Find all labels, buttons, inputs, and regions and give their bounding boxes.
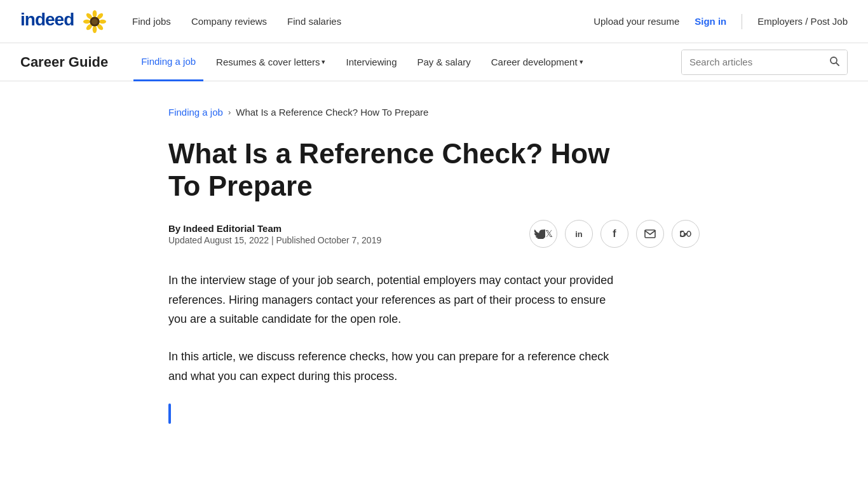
- share-facebook-button[interactable]: f: [600, 220, 628, 248]
- nav-finding-a-job[interactable]: Finding a job: [133, 43, 203, 81]
- article-section-indicator: [168, 403, 171, 424]
- svg-point-4: [83, 19, 90, 24]
- email-icon: [644, 229, 656, 238]
- article-paragraph-1: In the interview stage of your job searc…: [168, 271, 626, 329]
- nav-resumes-cover-letters[interactable]: Resumes & cover letters ▾: [208, 43, 333, 81]
- find-jobs-link[interactable]: Find jobs: [132, 16, 171, 27]
- twitter-bird: 𝕏: [545, 228, 553, 240]
- share-email-button[interactable]: [636, 220, 664, 248]
- article-author: By Indeed Editorial Team: [168, 223, 381, 234]
- sunflower-icon: [83, 10, 107, 34]
- main-content: Finding a job › What Is a Reference Chec…: [0, 81, 868, 462]
- search-input[interactable]: [682, 50, 822, 74]
- dropdown-arrow-resumes: ▾: [322, 58, 325, 66]
- article-meta-left: By Indeed Editorial Team Updated August …: [168, 223, 381, 245]
- share-twitter-button[interactable]: 𝕏: [529, 220, 557, 248]
- company-reviews-link[interactable]: Company reviews: [191, 16, 267, 27]
- top-nav-links: Find jobs Company reviews Find salaries: [132, 16, 593, 27]
- share-linkedin-button[interactable]: in: [565, 220, 593, 248]
- dropdown-arrow-career: ▾: [580, 58, 583, 66]
- article-title: What Is a Reference Check? How To Prepar…: [168, 138, 626, 202]
- find-salaries-link[interactable]: Find salaries: [287, 16, 341, 27]
- svg-rect-16: [687, 231, 691, 236]
- nav-pay-salary[interactable]: Pay & salary: [410, 43, 478, 81]
- twitter-icon: [534, 229, 545, 239]
- svg-rect-15: [681, 231, 684, 236]
- career-guide-title: Career Guide: [20, 54, 108, 71]
- share-buttons: 𝕏 in f: [529, 220, 700, 248]
- search-box: [681, 50, 848, 75]
- svg-point-3: [93, 25, 97, 32]
- facebook-icon: f: [613, 228, 616, 240]
- logo-link[interactable]: indeed: [20, 9, 107, 34]
- article-meta: By Indeed Editorial Team Updated August …: [168, 220, 700, 248]
- upload-resume-link[interactable]: Upload your resume: [593, 16, 679, 27]
- svg-point-11: [92, 18, 98, 25]
- career-nav-links: Finding a job Resumes & cover letters ▾ …: [133, 43, 681, 81]
- link-icon: [680, 231, 691, 237]
- svg-text:indeed: indeed: [20, 10, 74, 29]
- sign-in-button[interactable]: Sign in: [695, 16, 726, 27]
- indeed-logo: indeed: [20, 9, 78, 34]
- nav-interviewing[interactable]: Interviewing: [338, 43, 404, 81]
- nav-career-development[interactable]: Career development ▾: [484, 43, 591, 81]
- svg-point-2: [93, 10, 97, 17]
- nav-divider: [742, 14, 742, 29]
- breadcrumb-current: What Is a Reference Check? How To Prepar…: [236, 107, 428, 118]
- search-button[interactable]: [822, 50, 847, 74]
- breadcrumb: Finding a job › What Is a Reference Chec…: [168, 107, 700, 118]
- breadcrumb-parent-link[interactable]: Finding a job: [168, 107, 223, 118]
- top-nav-right: Upload your resume Sign in Employers / P…: [593, 14, 848, 29]
- breadcrumb-separator: ›: [228, 107, 231, 117]
- linkedin-icon: in: [575, 229, 583, 239]
- career-guide-nav: Career Guide Finding a job Resumes & cov…: [0, 43, 868, 81]
- top-nav: indeed Find jobs Compan: [0, 0, 868, 43]
- article-paragraph-2: In this article, we discuss reference ch…: [168, 347, 626, 386]
- svg-point-5: [99, 19, 106, 24]
- article-date: Updated August 15, 2022 | Published Octo…: [168, 235, 381, 245]
- article-body: In the interview stage of your job searc…: [168, 271, 700, 424]
- share-link-button[interactable]: [672, 220, 700, 248]
- svg-line-13: [836, 63, 839, 65]
- employers-link[interactable]: Employers / Post Job: [757, 16, 848, 27]
